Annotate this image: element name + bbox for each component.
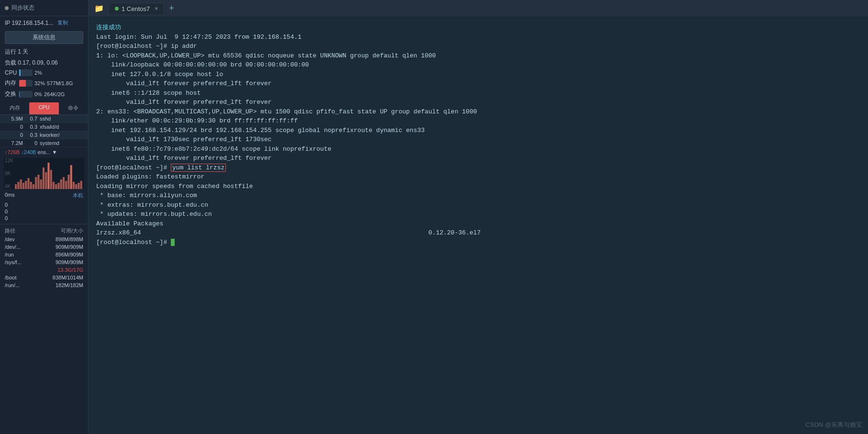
svg-rect-8 (35, 177, 37, 189)
sysinfo-button[interactable]: 系统信息 (5, 31, 83, 44)
svg-rect-18 (60, 179, 62, 189)
disk-path: /dev/... (5, 244, 45, 250)
cpu-row: CPU 2% (0, 68, 88, 78)
terminal-line: [root@localhost ~]# ip addr (96, 42, 860, 51)
svg-rect-24 (75, 184, 77, 189)
disk-row: /run/... 182M/182M (0, 281, 88, 289)
proc-cpu: 0.3 (23, 132, 37, 138)
net-interface: ens... (38, 149, 51, 155)
terminal-tab[interactable]: 1 Centos7 × (109, 3, 164, 14)
terminal-output[interactable]: 连接成功 Last login: Sun Jul 9 12:47:25 2023… (89, 17, 868, 434)
svg-rect-15 (53, 182, 55, 189)
proc-mem: 5.9M (4, 116, 23, 122)
terminal-line: * updates: mirrors.bupt.edu.cn (96, 210, 860, 219)
cpu-progress-fill (19, 69, 21, 76)
disk-row: /sys/f... 909M/909M (0, 258, 88, 266)
svg-rect-22 (70, 165, 72, 189)
local-label: 本机 (73, 192, 83, 199)
disk-col-path: 路径 (5, 227, 43, 234)
svg-rect-10 (40, 179, 42, 189)
process-list: 5.9M 0.7 sshd 0 0.3 xfsaild/d 0 0.3 kwor… (0, 115, 88, 147)
terminal-line: 1: lo: <LOOPBACK,UP,LOWER_UP> mtu 65536 … (96, 51, 860, 61)
terminal-line: 2: ens33: <BROADCAST,MULTICAST,UP,LOWER_… (96, 107, 860, 117)
svg-rect-17 (57, 183, 59, 189)
terminal-line: inet 127.0.0.1/8 scope host lo (96, 70, 860, 79)
highlighted-command: yum list lrzsz (171, 164, 226, 172)
svg-rect-14 (50, 170, 52, 189)
disk-path: /sys/f... (5, 259, 45, 265)
cpu-progress-bar (19, 69, 33, 76)
svg-rect-2 (20, 179, 22, 189)
terminal-line: lrzsz.x86_64 0.12.20-36.el7 (96, 228, 860, 238)
disk-avail: 909M/909M (45, 244, 83, 250)
net-download: ↓240B (21, 149, 36, 155)
terminal-line: link/ether 00:0c:29:0b:99:30 brd ff:ff:f… (96, 116, 860, 126)
proc-mem: 7.2M (4, 140, 23, 146)
ip-row: IP 192.168.154.1... 复制 (0, 16, 88, 29)
disk-avail: 838M/1014M (45, 275, 83, 280)
main-wrapper: 📁 1 Centos7 × + 连接成功 Last login: Sun Jul… (89, 0, 868, 434)
svg-rect-0 (15, 184, 17, 189)
svg-rect-1 (17, 182, 19, 189)
tab-close-button[interactable]: × (155, 5, 158, 12)
sync-label: 同步状态 (11, 4, 34, 12)
tab-mem[interactable]: 内存 (0, 102, 29, 114)
process-row: 0 0.3 xfsaild/d (0, 123, 88, 131)
tab-label: 1 Centos7 (122, 5, 150, 12)
svg-rect-26 (80, 181, 82, 189)
process-row: 7.2M 0 systemd (0, 139, 88, 147)
ping-values: 0 0 0 (0, 201, 88, 222)
terminal-line-cmd: [root@localhost ~]# yum list lrzsz (96, 163, 860, 173)
copy-button[interactable]: 复制 (56, 19, 70, 27)
svg-rect-16 (55, 184, 57, 189)
cursor (171, 239, 175, 246)
disk-path: /run/... (5, 282, 45, 288)
tab-status-dot (115, 7, 119, 11)
tab-bar: 📁 1 Centos7 × + (89, 0, 868, 17)
disk-col-avail: 可用/大小 (45, 227, 83, 234)
svg-rect-20 (65, 181, 67, 189)
cpu-percent: 2% (34, 70, 42, 76)
terminal-line: Loading mirror speeds from cached hostfi… (96, 182, 860, 191)
swap-progress-fill (19, 91, 20, 98)
terminal-line: inet6 fe80::7c79:e8b7:2c49:dc2d/64 scope… (96, 145, 860, 154)
svg-rect-13 (47, 163, 49, 189)
status-indicator (5, 6, 9, 10)
terminal-line: * base: mirrors.aliyun.com (96, 191, 860, 200)
cpu-label: CPU (5, 69, 17, 76)
proc-cpu: 0 (23, 140, 37, 146)
svg-rect-12 (45, 172, 47, 189)
folder-icon: 📁 (90, 2, 108, 15)
svg-rect-7 (33, 184, 34, 189)
swap-value: 264K/2G (44, 91, 65, 97)
proc-mem: 0 (4, 124, 23, 130)
disk-avail: 898M/898M (45, 236, 83, 242)
terminal-line: valid_lft 1730sec preferred_lft 1730sec (96, 135, 860, 145)
tab-cpu[interactable]: CPU (29, 102, 58, 114)
terminal-line: Last login: Sun Jul 9 12:47:25 2023 from… (96, 33, 860, 42)
ping-val-1: 0 (5, 202, 83, 208)
tab-cmd[interactable]: 命令 (59, 102, 88, 114)
add-tab-button[interactable]: + (165, 1, 178, 15)
proc-name: xfsaild/d (37, 124, 84, 130)
mem-label: 内存 (5, 79, 17, 87)
chart-labels: 12K 8K 4K (5, 158, 13, 189)
net-dropdown-icon[interactable]: ▼ (52, 149, 57, 155)
svg-rect-19 (63, 177, 65, 189)
uptime: 运行 1 天 (0, 46, 88, 58)
proc-name: kworker/ (37, 132, 84, 138)
disk-row: /boot 838M/1014M (0, 274, 88, 281)
proc-cpu: 0.7 (23, 116, 37, 122)
disk-path: /boot (5, 275, 45, 280)
terminal-prompt[interactable]: [root@localhost ~]# (96, 238, 860, 247)
watermark: CSDN @东离与糖宝 (805, 421, 862, 429)
disk-avail: 182M/182M (45, 282, 83, 288)
terminal-line: inet 192.168.154.129/24 brd 192.168.154.… (96, 126, 860, 135)
load-average: 负载 0.17, 0.09, 0.06 (0, 58, 88, 68)
net-upload: ↑726B (5, 149, 20, 155)
disk-header: 路径 可用/大小 (0, 226, 88, 235)
mem-progress-fill (19, 80, 26, 87)
network-row: ↑726B ↓240B ens... ▼ (0, 147, 88, 157)
mem-value: 577M/1.8G (47, 80, 73, 86)
svg-rect-5 (27, 178, 29, 189)
